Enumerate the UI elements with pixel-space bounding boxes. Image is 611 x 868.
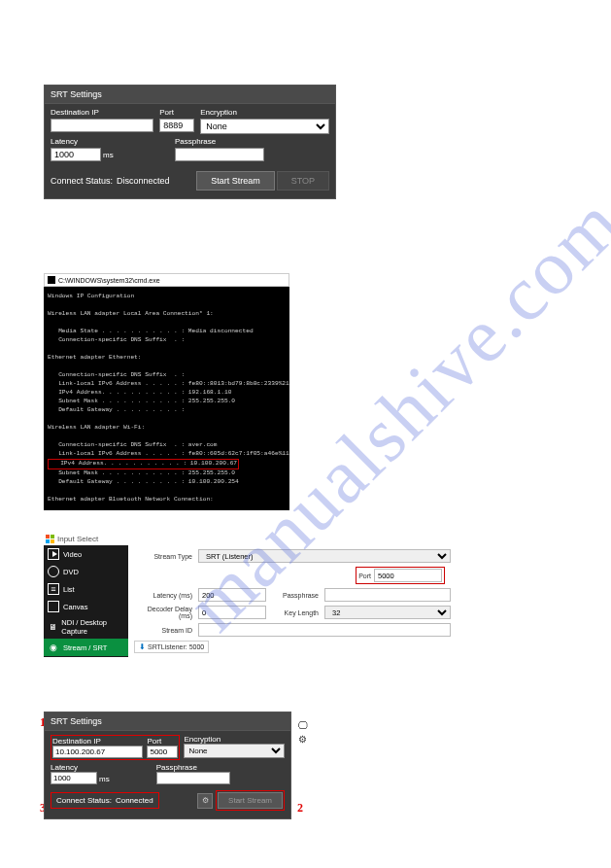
dest-port-highlight: Destination IP Port xyxy=(51,735,180,760)
dest-ip-label: Destination IP xyxy=(52,737,143,746)
latency-input[interactable] xyxy=(51,772,97,784)
dest-ip-input[interactable] xyxy=(52,746,143,758)
key-length-label: Key Length xyxy=(272,609,319,616)
sidebar-item-label: NDI / Desktop Capture xyxy=(61,618,124,636)
latency-input[interactable] xyxy=(51,148,101,161)
ipv4-highlight: IPv4 Address. . . . . . . . . . . : 10.1… xyxy=(48,459,239,469)
port-label: Port xyxy=(159,108,194,117)
port-label: Port xyxy=(358,573,371,579)
stop-button[interactable]: STOP xyxy=(277,171,329,191)
sidebar-item-canvas[interactable]: Canvas xyxy=(44,598,128,615)
settings-icon: ⚙ xyxy=(298,734,308,745)
canvas-icon xyxy=(48,601,59,612)
start-stream-highlight: Start Stream xyxy=(216,790,285,811)
dvd-icon xyxy=(48,566,59,577)
passphrase-input[interactable] xyxy=(324,588,451,602)
srt-settings-panel-bottom: 1 2 3 🖵 ⚙ SRT Settings Destination IP Po… xyxy=(44,712,291,819)
cmd-window: C:\WINDOWS\system32\cmd.exe Windows IP C… xyxy=(44,273,289,510)
start-stream-button[interactable]: Start Stream xyxy=(218,792,283,809)
tab-label: SRTListener: 5000 xyxy=(148,643,204,650)
stream-type-label: Stream Type xyxy=(134,553,192,560)
srt-listener-tab[interactable]: ⬇ SRTListener: 5000 xyxy=(134,641,209,653)
passphrase-label: Passphrase xyxy=(156,763,285,772)
extra-icons: 🖵 ⚙ xyxy=(298,720,308,745)
sidebar-item-label: Video xyxy=(63,550,82,559)
encryption-select[interactable]: None xyxy=(184,744,285,758)
srt-settings-panel-top: SRT Settings Destination IP Port Encrypt… xyxy=(44,85,336,199)
encryption-label: Encryption xyxy=(200,108,329,117)
sidebar-item-list[interactable]: List xyxy=(44,580,128,598)
stream-id-label: Stream ID xyxy=(134,627,192,634)
latency-label: Latency xyxy=(51,137,119,146)
dest-ip-label: Destination IP xyxy=(51,108,153,117)
windows-icon xyxy=(46,535,54,543)
latency-label: Latency xyxy=(51,763,110,772)
cmd-icon xyxy=(48,276,55,284)
cmd-titlebar: C:\WINDOWS\system32\cmd.exe xyxy=(44,273,289,287)
vmix-sidebar: Video DVD List Canvas NDI / Desktop Capt… xyxy=(44,545,128,657)
vmix-form: Stream Type SRT (Listener) Port Latency … xyxy=(128,545,457,657)
port-highlight-box: Port xyxy=(356,567,445,584)
decoder-delay-input[interactable] xyxy=(198,606,266,619)
panel-title: SRT Settings xyxy=(45,712,290,731)
ndi-icon xyxy=(48,621,57,633)
status-value: Connected xyxy=(116,796,153,805)
sidebar-item-label: DVD xyxy=(63,568,79,576)
stream-icon xyxy=(48,642,59,653)
play-icon xyxy=(48,548,59,560)
status-value: Disconnected xyxy=(117,176,170,186)
encryption-label: Encryption xyxy=(184,735,285,744)
list-icon xyxy=(48,583,59,595)
dest-ip-input[interactable] xyxy=(51,119,153,132)
latency-unit: ms xyxy=(103,151,114,161)
cmd-title-text: C:\WINDOWS\system32\cmd.exe xyxy=(58,277,160,284)
callout-2: 2 xyxy=(297,801,303,816)
passphrase-label: Passphrase xyxy=(175,137,329,146)
port-input[interactable] xyxy=(374,569,442,582)
passphrase-label: Passphrase xyxy=(272,592,319,599)
cmd-output: Windows IP Configuration Wireless LAN ad… xyxy=(44,287,289,510)
latency-unit: ms xyxy=(99,775,110,784)
encryption-select[interactable]: None xyxy=(200,119,329,134)
port-label: Port xyxy=(147,737,178,746)
monitor-icon: 🖵 xyxy=(298,720,308,731)
sidebar-item-ndi[interactable]: NDI / Desktop Capture xyxy=(44,615,128,639)
sidebar-item-stream-srt[interactable]: Stream / SRT xyxy=(44,639,128,656)
status-label: Connect Status: xyxy=(51,176,113,186)
sidebar-item-dvd[interactable]: DVD xyxy=(44,563,128,580)
vmix-titlebar: Input Select xyxy=(44,533,457,545)
sidebar-item-label: Canvas xyxy=(63,603,87,611)
sidebar-item-label: Stream / SRT xyxy=(63,643,107,652)
latency-input[interactable] xyxy=(198,588,266,602)
decoder-delay-label: Decoder Delay (ms) xyxy=(134,606,192,619)
port-input[interactable] xyxy=(147,746,178,758)
vmix-input-panel: Input Select Video DVD List Canvas NDI /… xyxy=(44,533,457,657)
passphrase-input[interactable] xyxy=(175,148,264,161)
vmix-title-text: Input Select xyxy=(57,535,98,543)
status-label: Connect Status: xyxy=(56,796,112,805)
key-length-select[interactable]: 32 xyxy=(324,606,451,619)
gear-button[interactable]: ⚙ xyxy=(197,793,213,809)
status-highlight: Connect Status: Connected xyxy=(51,792,159,809)
start-stream-button[interactable]: Start Stream xyxy=(196,171,275,191)
panel-title: SRT Settings xyxy=(45,86,335,104)
latency-label: Latency (ms) xyxy=(134,592,192,599)
sidebar-item-label: List xyxy=(63,585,75,594)
sidebar-item-video[interactable]: Video xyxy=(44,545,128,563)
tab-icon: ⬇ xyxy=(139,642,146,651)
port-input[interactable] xyxy=(159,119,194,132)
stream-type-select[interactable]: SRT (Listener) xyxy=(198,549,451,563)
stream-id-input[interactable] xyxy=(198,623,451,637)
passphrase-input[interactable] xyxy=(156,772,230,784)
